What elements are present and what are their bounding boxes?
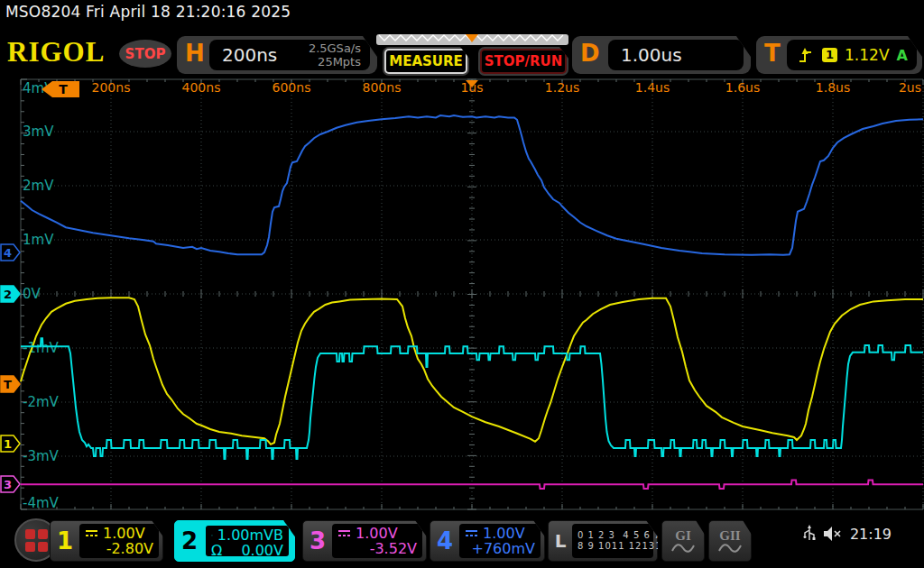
waveform-ch2 — [21, 338, 923, 459]
measure-button[interactable]: MEASURE — [383, 47, 469, 76]
horizontal-settings-box[interactable]: H 200ns 2.5GSa/s 25Mpts — [177, 36, 377, 74]
channel1-status-box[interactable]: 1 1.00V -2.80V — [50, 520, 163, 562]
channel1-screen: 1.00V -2.80V — [79, 524, 159, 558]
timeline-trigger-position-icon[interactable] — [466, 34, 478, 42]
timebase-value: 200ns — [222, 44, 277, 66]
trigger-source-badge: 1 — [822, 48, 837, 62]
logic-analyzer-status-box[interactable]: L 0 1 2 3 4 5 6 7 8 9 1011 12131415 — [548, 520, 658, 562]
time-axis-label: 1.4us — [635, 80, 670, 95]
time-axis-label: 600ns — [273, 80, 311, 95]
trigger-sweep-mode: A — [897, 47, 908, 64]
channel1-scale: 1.00V — [103, 526, 145, 541]
clock: 21:19 — [850, 526, 892, 543]
time-axis-label: 2us — [899, 80, 921, 95]
timebase-position-bar[interactable] — [376, 34, 568, 45]
delay-settings-box[interactable]: D 1.00us — [572, 36, 751, 74]
time-axis-label: 800ns — [363, 80, 402, 95]
channel1-number: 1 — [51, 521, 79, 561]
waveform-ch1 — [21, 298, 923, 444]
trigger-level-value: 1.12V — [845, 46, 889, 64]
sine-wave-icon — [718, 543, 742, 554]
channel2-scale: 1.00mV — [217, 527, 273, 543]
channel3-number: 3 — [303, 521, 332, 561]
speaker-muted-icon[interactable] — [823, 526, 843, 542]
channel2-offset: 0.00V — [241, 543, 283, 558]
channel2-impedance: Ω — [211, 543, 222, 558]
oscilloscope-screen: MSO8204 Fri April 18 21:20:16 2025 200ns… — [0, 0, 924, 568]
channel2-status-box[interactable]: 2 1.00mV B Ω 0.00V — [174, 520, 295, 562]
rigol-logo: RIGOL — [7, 36, 105, 69]
volt-axis-label: -4mV — [23, 495, 60, 511]
usb-icon — [803, 525, 816, 543]
sine-wave-icon — [671, 543, 695, 554]
trigger-settings-box[interactable]: T 1 1.12V A — [756, 36, 922, 74]
delay-key-label: D — [580, 40, 600, 67]
time-axis-label: 1.2us — [545, 80, 579, 95]
dc-coupling-icon — [465, 529, 478, 538]
channel4-status-box[interactable]: 4 1.00V +760mV — [430, 520, 545, 562]
delay-value: 1.00us — [621, 44, 682, 66]
channel-marker-label: 4 — [4, 246, 12, 260]
channel4-offset: +760mV — [472, 541, 535, 556]
channel-marker-label: 1 — [4, 437, 12, 451]
channel2-bw: B — [273, 527, 283, 543]
time-axis-label: 1.6us — [725, 80, 760, 95]
la-screen: 0 1 2 3 4 5 6 7 8 9 1011 12131415 — [572, 524, 653, 558]
volt-axis-label: 0V — [23, 286, 42, 302]
dc-coupling-icon — [85, 529, 98, 538]
time-axis-label: 200ns — [92, 80, 131, 95]
channel1-offset: -2.80V — [106, 541, 153, 556]
channel4-number: 4 — [430, 521, 459, 561]
trigger-lcd: 1 1.12V A — [787, 40, 917, 70]
timeline-preview — [376, 32, 568, 47]
channel3-status-box[interactable]: 3 1.00V -3.52V — [302, 520, 427, 562]
generator2-button[interactable]: GII — [708, 520, 752, 562]
channel3-scale: 1.00V — [356, 526, 398, 541]
time-axis-label: 400ns — [182, 80, 221, 95]
channel3-screen: 1.00V -3.52V — [332, 524, 422, 558]
delay-lcd: 1.00us — [608, 40, 744, 70]
stop-run-button[interactable]: STOP/RUN — [478, 47, 568, 76]
horizontal-key-label: H — [185, 40, 205, 67]
volt-axis-label: -2mV — [23, 394, 60, 410]
run-state-label: STOP — [125, 46, 166, 62]
la-label: L — [549, 521, 572, 561]
channel2-screen: 1.00mV B Ω 0.00V — [204, 524, 291, 558]
channel4-scale: 1.00V — [483, 526, 525, 541]
stop-run-button-label: STOP/RUN — [485, 53, 563, 69]
acquisition-info: 2.5GSa/s 25Mpts — [309, 41, 361, 69]
volt-axis-label: 3mV — [23, 124, 54, 140]
channel-marker-label: 2 — [4, 288, 12, 301]
horizontal-lcd: 200ns 2.5GSa/s 25Mpts — [209, 40, 370, 70]
volt-axis-label: 1mV — [23, 232, 54, 248]
sample-rate: 2.5GSa/s — [309, 41, 361, 55]
trigger-key-label: T — [764, 40, 781, 67]
channel3-offset: -3.52V — [370, 541, 417, 556]
rising-edge-icon — [798, 47, 813, 64]
channel-status-bar: 1 1.00V -2.80V 2 1.00mV B — [0, 512, 924, 568]
channel-marker-label: T — [4, 378, 12, 391]
measure-button-label: MEASURE — [389, 53, 463, 69]
generator1-button[interactable]: GI — [661, 520, 705, 562]
channel-marker-label: 3 — [4, 478, 12, 491]
memory-depth: 25Mpts — [309, 55, 361, 69]
la-digital-channels-row2: 8 9 1011 12131415 — [578, 541, 648, 552]
run-state-indicator: STOP — [119, 40, 171, 68]
channel2-number: 2 — [175, 521, 204, 561]
dc-coupling-icon — [337, 529, 351, 538]
generator1-label: GI — [675, 529, 691, 543]
trigger-time-marker-label: T — [59, 82, 68, 96]
dc-coupling-icon — [211, 531, 213, 540]
volt-axis-label: 2mV — [23, 178, 54, 194]
la-digital-channels-row1: 0 1 2 3 4 5 6 7 — [578, 530, 648, 541]
waveform-display: 200ns400ns600ns800ns1us1.2us1.4us1.6us1.… — [0, 0, 924, 568]
channel4-screen: 1.00V +760mV — [459, 524, 541, 558]
volt-axis-label: -3mV — [23, 448, 60, 464]
time-axis-label: 1.8us — [816, 80, 850, 95]
generator2-label: GII — [719, 529, 740, 543]
menu-grid-icon — [25, 529, 48, 552]
